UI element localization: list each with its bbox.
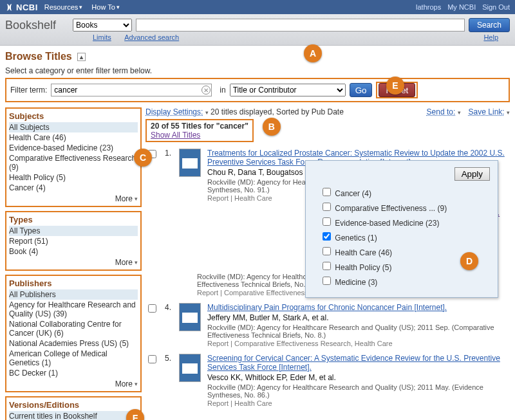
result-checkbox[interactable] xyxy=(148,355,156,363)
chevron-down-icon: ▾ xyxy=(205,109,209,116)
popover-option[interactable]: Genetics (1) xyxy=(320,229,490,244)
filter-scope-select[interactable]: Title or Contributor xyxy=(230,84,346,96)
collapse-toggle[interactable]: ▴ xyxy=(77,53,86,61)
popover-option[interactable]: Cancer (4) xyxy=(320,185,490,199)
popover-checkbox[interactable] xyxy=(323,217,331,226)
filter-term-input[interactable] xyxy=(51,84,212,96)
popover-option[interactable]: Medicine (3) xyxy=(320,273,490,288)
more-publishers-link[interactable]: More▾ xyxy=(9,378,138,390)
facet-sidebar: Subjects All Subjects Health Care (46) E… xyxy=(5,107,142,420)
facet-item[interactable]: Current titles in Bookshelf xyxy=(9,411,138,420)
callout-c: C xyxy=(134,149,152,167)
result-footer: Report | Comparative Effectiveness Resea… xyxy=(207,339,510,347)
facet-types: Types All Types Report (51) Book (4) Mor… xyxy=(5,211,142,271)
my-ncbi-link[interactable]: My NCBI xyxy=(447,3,476,11)
result-index: 4. xyxy=(165,303,173,312)
filter-hint: Select a category or enter filter term b… xyxy=(5,66,510,75)
facet-item[interactable]: All Subjects xyxy=(9,122,138,132)
facet-item[interactable]: Health Care (46) xyxy=(9,132,138,143)
show-all-titles-link[interactable]: Show All Titles xyxy=(151,131,200,140)
popover-option[interactable]: Comparative Effectiveness ... (9) xyxy=(320,199,490,214)
facet-item[interactable]: BC Decker (1) xyxy=(9,368,138,378)
resources-menu[interactable]: Resources ▾ xyxy=(44,3,83,11)
callout-e: E xyxy=(386,77,404,95)
ncbi-topbar: NCBI Resources ▾ How To ▾ lathrops My NC… xyxy=(0,0,515,14)
result-index: 1. xyxy=(165,149,173,158)
more-subjects-link[interactable]: More▾ xyxy=(9,193,138,205)
more-types-link[interactable]: More▾ xyxy=(9,257,138,268)
popover-checkbox[interactable] xyxy=(323,262,331,270)
result-title-link[interactable]: Screening for Cervical Cancer: A Systema… xyxy=(207,354,500,372)
in-label: in xyxy=(220,86,225,95)
popover-checkbox[interactable] xyxy=(323,232,331,241)
result-count-text: 20 of 55 Titles for "cancer" xyxy=(151,122,248,131)
chevron-down-icon: ▾ xyxy=(135,381,138,387)
popover-checkbox[interactable] xyxy=(323,247,331,255)
result-authors: Jeffery MM, Butler M, Stark A, et al. xyxy=(207,312,510,324)
chevron-down-icon: ▾ xyxy=(135,196,138,202)
result-row: 5. Screening for Cervical Cancer: A Syst… xyxy=(145,351,510,411)
save-link-link[interactable]: Save Link: xyxy=(469,107,505,116)
facet-item[interactable]: All Types xyxy=(9,226,138,236)
facet-item[interactable]: Report (51) xyxy=(9,236,138,246)
result-publication: Rockville (MD): Agency for Healthcare Re… xyxy=(207,324,510,339)
facet-item[interactable]: American College of Medical Genetics (1) xyxy=(9,349,138,368)
popover-checkbox[interactable] xyxy=(323,203,331,211)
howto-menu[interactable]: How To ▾ xyxy=(91,3,119,11)
help-link[interactable]: Help xyxy=(483,33,498,41)
user-link[interactable]: lathrops xyxy=(416,3,441,11)
limits-link[interactable]: Limits xyxy=(93,33,111,41)
browse-titles-heading: Browse Titles ▴ xyxy=(5,51,510,62)
popover-option[interactable]: Evidence-based Medicine (23) xyxy=(320,214,490,229)
facet-publishers: Publishers All Publishers Agency for Hea… xyxy=(5,275,142,392)
results-column: Display Settings: ▾ 20 titles displayed,… xyxy=(145,107,510,420)
chevron-down-icon: ▾ xyxy=(117,4,120,10)
search-bar: Bookshelf Books Search Limits Advanced s… xyxy=(0,14,515,46)
facet-item[interactable]: Evidence-based Medicine (23) xyxy=(9,143,138,153)
facet-title: Types xyxy=(9,214,138,226)
subjects-popover: Apply Cancer (4) Comparative Effectivene… xyxy=(305,160,498,298)
result-authors: Vesco KK, Whitlock EP, Eder M, et al. xyxy=(207,372,510,383)
book-thumbnail[interactable] xyxy=(179,354,201,382)
facet-item[interactable]: Book (4) xyxy=(9,246,138,257)
chevron-down-icon: ▾ xyxy=(135,259,138,266)
facet-item[interactable]: All Publishers xyxy=(9,289,138,300)
filter-row: Filter term: ✕ in Title or Contributor G… xyxy=(5,78,510,102)
facet-title: Publishers xyxy=(9,277,138,289)
signout-link[interactable]: Sign Out xyxy=(482,3,510,11)
callout-f: F xyxy=(126,409,144,420)
send-to-link[interactable]: Send to: xyxy=(427,107,456,116)
facet-item[interactable]: Agency for Healthcare Research and Quali… xyxy=(9,300,138,319)
facet-item[interactable]: National Collaborating Centre for Cancer… xyxy=(9,319,138,338)
callout-b: B xyxy=(263,118,281,136)
ncbi-brand: NCBI xyxy=(16,3,38,12)
popover-checkbox[interactable] xyxy=(323,277,331,285)
facet-subjects: Subjects All Subjects Health Care (46) E… xyxy=(5,107,142,207)
advanced-search-link[interactable]: Advanced search xyxy=(124,33,179,41)
result-title-link[interactable]: Multidisciplinary Pain Programs for Chro… xyxy=(207,303,447,312)
ncbi-logo[interactable]: NCBI xyxy=(5,3,38,12)
facet-item[interactable]: National Academies Press (US) (5) xyxy=(9,338,138,349)
go-button[interactable]: Go xyxy=(350,83,373,97)
database-select[interactable]: Books xyxy=(73,19,132,32)
apply-button[interactable]: Apply xyxy=(454,167,490,181)
callout-a: A xyxy=(304,44,322,62)
search-button[interactable]: Search xyxy=(469,18,510,32)
popover-checkbox[interactable] xyxy=(323,188,331,196)
chevron-down-icon: ▾ xyxy=(507,109,510,116)
callout-d: D xyxy=(460,252,478,270)
display-settings-link[interactable]: Display Settings: xyxy=(145,107,203,116)
book-thumbnail[interactable] xyxy=(179,149,201,177)
result-footer: Report | Health Care xyxy=(207,399,510,407)
facet-item[interactable]: Cancer (4) xyxy=(9,183,138,193)
facet-title: Versions/Editions xyxy=(9,399,138,411)
chevron-down-icon: ▾ xyxy=(458,109,461,116)
facet-item[interactable]: Health Policy (5) xyxy=(9,172,138,183)
search-input[interactable] xyxy=(136,19,465,32)
app-title: Bookshelf xyxy=(5,19,56,32)
display-row: Display Settings: ▾ 20 titles displayed,… xyxy=(145,107,510,116)
facet-item[interactable]: Comparative Effectiveness Research (9) xyxy=(9,153,138,172)
result-row: 4. Multidisciplinary Pain Programs for C… xyxy=(145,300,510,351)
book-thumbnail[interactable] xyxy=(179,303,201,331)
result-checkbox[interactable] xyxy=(148,304,156,313)
